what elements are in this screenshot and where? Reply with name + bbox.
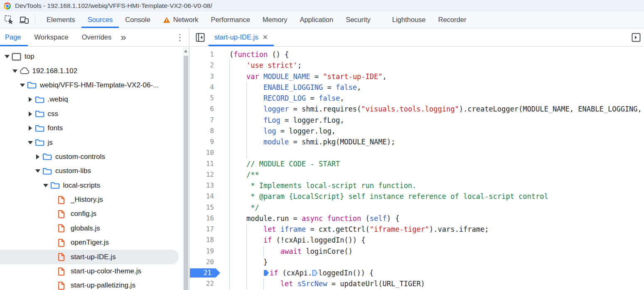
code-line-19[interactable]: await loginCore() <box>216 246 644 257</box>
tree-item-fonts[interactable]: fonts <box>0 121 189 135</box>
tab-elements[interactable]: Elements <box>40 12 81 28</box>
tree-item-start-up-color-theme-js[interactable]: start-up-color-theme.js <box>0 264 189 278</box>
code-line-9[interactable]: module = shmi.pkg(MODULE_NAME); <box>216 136 644 147</box>
line-number[interactable]: 22 <box>190 278 216 289</box>
tree-item-start-up-palletizing-js[interactable]: start-up-palletizing.js <box>0 278 189 290</box>
line-number[interactable]: 17 <box>190 224 216 235</box>
code-line-10[interactable] <box>216 147 644 158</box>
code-line-1[interactable]: (function () { <box>216 49 644 60</box>
tab-sources[interactable]: Sources <box>81 12 119 28</box>
tree-item-start-up-ide-js[interactable]: start-up-IDE.js <box>0 250 179 264</box>
line-number[interactable]: 15 <box>190 202 216 213</box>
code-line-21[interactable]: if (cxApi.loggedIn()) { <box>216 268 644 278</box>
chevron-down-icon[interactable] <box>41 184 50 187</box>
tree-item-custom-libs[interactable]: custom-libs <box>0 164 189 178</box>
chevron-right-icon[interactable] <box>26 126 35 131</box>
tab-network[interactable]: Network <box>157 12 205 28</box>
line-number[interactable]: 9 <box>190 136 216 147</box>
chevron-right-icon[interactable] <box>26 112 35 116</box>
line-number[interactable]: 10 <box>190 147 216 158</box>
more-tabs-icon[interactable]: » <box>118 28 128 46</box>
line-number[interactable]: 1 <box>190 49 216 60</box>
code-line-8[interactable]: log = logger.log, <box>216 126 644 136</box>
code-line-22[interactable]: let sSrcNew = updateUrl(URL_TIGER) <box>216 278 644 289</box>
code-line-14[interactable]: * @param {LocalScript} self instance ref… <box>216 191 644 202</box>
tree-item-globals-js[interactable]: globals.js <box>0 221 189 235</box>
line-number[interactable]: 13 <box>190 180 216 191</box>
tree-item-css[interactable]: css <box>0 107 189 121</box>
line-number[interactable]: 20 <box>190 257 216 268</box>
code-line-13[interactable]: * Implements local-script run function. <box>216 180 644 191</box>
code-line-2[interactable]: 'use strict'; <box>216 60 644 71</box>
line-number-gutter[interactable]: 12345678910111213141516171819202122 <box>190 49 216 290</box>
hide-navigator-icon[interactable] <box>194 32 206 43</box>
chevron-down-icon[interactable] <box>33 169 42 173</box>
tree-item-config-js[interactable]: config.js <box>0 207 189 221</box>
tree-item-js[interactable]: js <box>0 135 189 149</box>
show-debugger-icon[interactable] <box>630 32 642 43</box>
navigator-tab-workspace[interactable]: Workspace <box>28 28 75 46</box>
code-line-17[interactable]: let iframe = cxt.getCtrl("iframe-tiger")… <box>216 224 644 235</box>
line-number[interactable]: 11 <box>190 159 216 169</box>
line-number[interactable]: 12 <box>190 169 216 180</box>
scrollbar-thumb[interactable] <box>184 56 188 290</box>
tree-item-opentiger-js[interactable]: openTiger.js <box>0 235 189 250</box>
code-line-18[interactable]: if (!cxApi.loggedIn()) { <box>216 235 644 245</box>
code-line-3[interactable]: var MODULE_NAME = "start-up-IDE", <box>216 71 644 82</box>
code-line-20[interactable]: } <box>216 257 644 268</box>
execution-marker-solid-icon[interactable] <box>263 268 269 279</box>
code-line-11[interactable]: // MODULE CODE - START <box>216 159 644 169</box>
tab-recorder[interactable]: Recorder <box>432 12 473 28</box>
tree-item-webiq[interactable]: .webiq <box>0 92 189 107</box>
tree-item-history-js[interactable]: _History.js <box>0 193 189 207</box>
navigator-tab-overrides[interactable]: Overrides <box>75 28 118 46</box>
tab-memory[interactable]: Memory <box>256 12 294 28</box>
device-toolbar-icon[interactable] <box>18 14 30 26</box>
chevron-down-icon[interactable] <box>10 69 20 73</box>
line-number[interactable]: 14 <box>190 191 216 202</box>
line-number[interactable]: 18 <box>190 235 216 245</box>
code-line-15[interactable]: */ <box>216 202 644 213</box>
chevron-down-icon[interactable] <box>18 84 27 87</box>
chevron-down-icon[interactable] <box>26 141 35 144</box>
tree-item-local-scripts[interactable]: local-scripts <box>0 178 189 193</box>
tree-item-top[interactable]: top <box>0 50 189 64</box>
execution-marker-hollow-icon[interactable] <box>312 268 318 279</box>
line-number[interactable]: 19 <box>190 246 216 257</box>
line-number[interactable]: 5 <box>190 93 216 104</box>
code-line-7[interactable]: fLog = logger.fLog, <box>216 115 644 126</box>
code-pane[interactable]: (function () { 'use strict'; var MODULE_… <box>216 47 644 290</box>
tree-item-webiq-vffs-hmi-template-vx2-06[interactable]: webiq/VFFS-HMI-Template-VX2-06-... <box>0 78 189 92</box>
line-number[interactable]: 3 <box>190 71 216 82</box>
editor-tab-start-up-ide[interactable]: start-up-IDE.js ✕ <box>209 28 274 46</box>
code-line-12[interactable]: /** <box>216 169 644 180</box>
scrollbar-up-icon[interactable] <box>184 50 187 52</box>
code-editor[interactable]: 12345678910111213141516171819202122 (fun… <box>190 47 644 290</box>
tree-item-192-168-1-102[interactable]: 192.168.1.102 <box>0 64 189 78</box>
tab-console[interactable]: Console <box>119 12 157 28</box>
tab-application[interactable]: Application <box>293 12 339 28</box>
tab-lighthouse[interactable]: Lighthouse <box>386 12 432 28</box>
close-tab-icon[interactable]: ✕ <box>262 33 268 41</box>
code-line-5[interactable]: RECORD_LOG = false, <box>216 93 644 104</box>
tree-item-custom-controls[interactable]: custom-controls <box>0 150 189 164</box>
line-number[interactable]: 2 <box>190 60 216 71</box>
tab-performance[interactable]: Performance <box>204 12 256 28</box>
chevron-down-icon[interactable] <box>2 55 12 58</box>
line-number[interactable]: 4 <box>190 82 216 93</box>
tree-scrollbar[interactable] <box>183 47 189 290</box>
chevron-right-icon[interactable] <box>26 97 35 102</box>
overflow-menu-icon[interactable]: ⋮ <box>174 32 186 43</box>
chevron-right-icon[interactable] <box>33 154 42 159</box>
inspect-element-icon[interactable] <box>3 14 15 26</box>
tab-security[interactable]: Security <box>339 12 377 28</box>
line-number[interactable]: 7 <box>190 115 216 126</box>
line-number[interactable]: 6 <box>190 104 216 114</box>
code-line-16[interactable]: module.run = async function (self) { <box>216 213 644 224</box>
line-number[interactable]: 8 <box>190 126 216 136</box>
navigator-tab-page[interactable]: Page <box>0 28 28 46</box>
code-line-4[interactable]: ENABLE_LOGGING = false, <box>216 82 644 93</box>
line-number[interactable]: 16 <box>190 213 216 224</box>
code-line-6[interactable]: logger = shmi.requires("visuals.tools.lo… <box>216 104 644 114</box>
breakpoint-line-number[interactable]: 21 <box>190 268 216 278</box>
